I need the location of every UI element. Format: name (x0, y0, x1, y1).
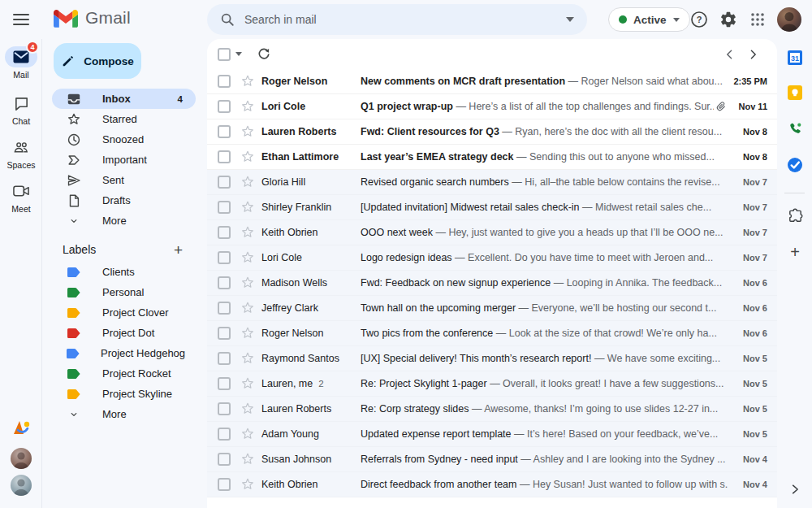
star-icon[interactable] (240, 175, 255, 189)
search-bar[interactable] (207, 4, 587, 35)
row-checkbox[interactable] (218, 302, 231, 315)
email-row[interactable]: Ethan Lattimore Last year’s EMEA strateg… (207, 145, 777, 170)
sidebar-nav-item[interactable]: Important (52, 150, 196, 170)
email-sender: Keith Obrien (261, 479, 361, 490)
newer-page-button[interactable] (719, 43, 741, 66)
older-page-button[interactable] (741, 43, 764, 66)
row-checkbox[interactable] (218, 201, 231, 214)
star-icon[interactable] (240, 276, 255, 290)
row-checkbox[interactable] (218, 150, 231, 163)
star-icon[interactable] (240, 225, 255, 240)
label-item[interactable]: Project Hedgehog (52, 343, 196, 363)
label-item[interactable]: Personal (52, 282, 196, 302)
row-checkbox[interactable] (218, 377, 231, 390)
email-row[interactable]: Lauren Roberts Fwd: Client resources for… (207, 119, 777, 145)
row-checkbox[interactable] (218, 276, 231, 289)
email-row[interactable]: Gloria Hill Revised organic search numbe… (207, 170, 777, 195)
star-icon[interactable] (240, 301, 255, 315)
email-row[interactable]: Lauren Roberts Re: Corp strategy slides … (207, 397, 777, 422)
label-item[interactable]: Project Rocket (52, 363, 196, 384)
contact-avatar-1[interactable] (11, 448, 32, 469)
profile-avatar[interactable] (777, 7, 801, 32)
rail-item-chat[interactable]: Chat (0, 93, 42, 126)
row-checkbox[interactable] (218, 226, 231, 239)
row-checkbox[interactable] (218, 75, 231, 88)
create-label-plus-button[interactable]: + (174, 242, 183, 258)
chat-status-selector[interactable]: Active (608, 7, 690, 32)
main-menu-icon[interactable] (11, 10, 31, 29)
contact-avatar-2[interactable] (11, 475, 32, 496)
email-subject-snippet: Two pics from the conference — Look at t… (361, 328, 728, 339)
email-sender: Lori Cole (261, 101, 361, 112)
row-checkbox[interactable] (218, 327, 231, 340)
star-icon[interactable] (240, 99, 255, 114)
star-icon[interactable] (240, 351, 255, 366)
refresh-button[interactable] (257, 47, 271, 62)
sidebar-nav-item[interactable]: Starred (52, 109, 196, 129)
sidebar-nav-item[interactable]: Snoozed (52, 129, 196, 150)
workspace-addon-logo[interactable] (11, 418, 32, 437)
rail-item-mail[interactable]: 4 Mail (0, 46, 42, 80)
tasks-icon[interactable] (785, 155, 805, 175)
voice-phone-icon[interactable] (785, 119, 805, 139)
email-row[interactable]: Madison Wells Fwd: Feedback on new signu… (207, 271, 777, 296)
rail-item-spaces[interactable]: Spaces (0, 137, 42, 170)
star-icon[interactable] (240, 124, 255, 139)
star-icon[interactable] (240, 452, 255, 467)
expand-side-panel-chevron[interactable] (784, 478, 806, 501)
get-addons-puzzle-icon[interactable] (785, 206, 805, 226)
row-checkbox[interactable] (218, 428, 231, 441)
row-checkbox[interactable] (218, 402, 231, 415)
email-row[interactable]: Roger Nelson Two pics from the conferenc… (207, 321, 777, 346)
sidebar-nav-item[interactable]: More (52, 211, 196, 231)
row-checkbox[interactable] (218, 100, 231, 113)
email-row[interactable]: Lauren, me2 Re: Project Skylight 1-pager… (207, 371, 777, 397)
email-row[interactable]: Adam Young Updated expense report templa… (207, 422, 777, 447)
row-checkbox[interactable] (218, 176, 231, 189)
add-side-panel-app-button[interactable]: + (785, 242, 805, 262)
email-row[interactable]: Keith Obrien Direct feedback from anothe… (207, 472, 777, 497)
star-icon[interactable] (240, 74, 255, 89)
email-row[interactable]: Shirley Franklin [Updated invitation] Mi… (207, 195, 777, 220)
row-checkbox[interactable] (218, 352, 231, 365)
search-input[interactable] (244, 13, 556, 26)
email-row[interactable]: Lori Cole Q1 project wrap-up — Here’s a … (207, 94, 777, 119)
compose-button[interactable]: Compose (54, 43, 141, 79)
email-row[interactable]: Lori Cole Logo redesign ideas — Excellen… (207, 245, 777, 271)
label-item[interactable]: Clients (52, 262, 196, 282)
labels-more-toggle[interactable]: More (52, 404, 196, 424)
email-row[interactable]: Roger Nelson New comments on MCR draft p… (207, 69, 777, 94)
star-icon[interactable] (240, 427, 255, 441)
settings-gear-button[interactable] (717, 8, 740, 31)
sidebar-nav-item[interactable]: Drafts (52, 190, 196, 211)
email-row[interactable]: Jeffrey Clark Town hall on the upcoming … (207, 296, 777, 321)
row-checkbox[interactable] (218, 478, 231, 491)
select-all-checkbox[interactable] (218, 48, 231, 61)
label-item[interactable]: Project Dot (52, 323, 196, 343)
nav-item-icon (67, 112, 81, 127)
row-checkbox[interactable] (218, 251, 231, 264)
email-row[interactable]: Susan Johnson Referrals from Sydney - ne… (207, 447, 777, 472)
calendar-icon[interactable]: 31 (785, 48, 805, 67)
select-options-caret-icon[interactable] (235, 52, 242, 56)
star-icon[interactable] (240, 150, 255, 164)
rail-item-meet[interactable]: Meet (0, 180, 42, 214)
star-icon[interactable] (240, 326, 255, 341)
sidebar-nav-item[interactable]: Sent (52, 170, 196, 190)
star-icon[interactable] (240, 200, 255, 215)
star-icon[interactable] (240, 477, 255, 492)
star-icon[interactable] (240, 402, 255, 416)
label-item[interactable]: Project Clover (52, 302, 196, 323)
keep-icon[interactable] (785, 83, 805, 102)
email-row[interactable]: Raymond Santos [UX] Special delivery! Th… (207, 346, 777, 371)
row-checkbox[interactable] (218, 125, 231, 138)
google-apps-grid-button[interactable] (746, 8, 769, 31)
help-button[interactable]: ? (688, 8, 710, 31)
sidebar-nav-item[interactable]: Inbox 4 (52, 89, 196, 109)
star-icon[interactable] (240, 376, 255, 391)
email-row[interactable]: Keith Obrien OOO next week — Hey, just w… (207, 220, 777, 245)
star-icon[interactable] (240, 250, 255, 265)
row-checkbox[interactable] (218, 453, 231, 466)
search-options-caret-icon[interactable] (566, 17, 574, 22)
label-item[interactable]: Project Skyline (52, 384, 196, 404)
